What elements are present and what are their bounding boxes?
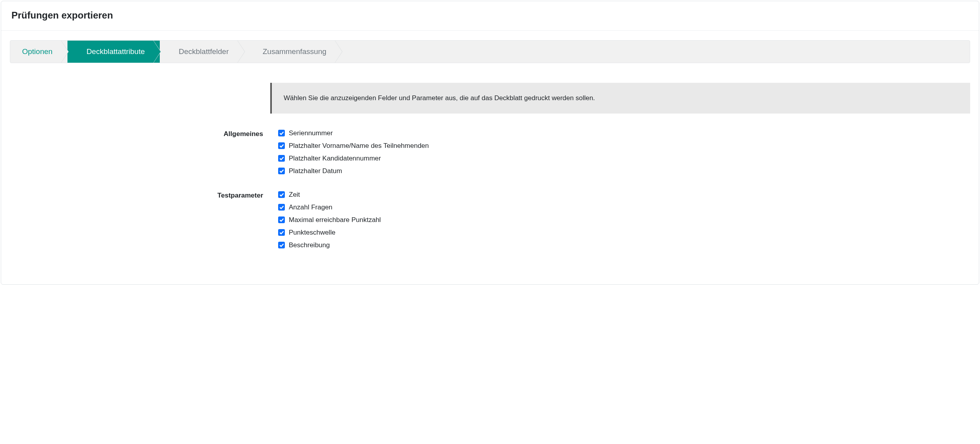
info-spacer	[10, 83, 270, 114]
checkbox-max-punktzahl[interactable]: Maximal erreichbare Punktzahl	[278, 216, 970, 224]
checkbox-seriennummer[interactable]: Seriennummer	[278, 129, 970, 137]
checkbox-label: Maximal erreichbare Punktzahl	[289, 216, 381, 224]
info-row: Wählen Sie die anzuzeigenden Felder und …	[10, 83, 970, 114]
checkbox-label: Platzhalter Kandidatennummer	[289, 155, 381, 162]
checkbox-icon	[278, 168, 285, 174]
info-box: Wählen Sie die anzuzeigenden Felder und …	[270, 83, 970, 114]
checkbox-icon	[278, 216, 285, 223]
wizard-step-label: Optionen	[22, 47, 52, 56]
group-testparameter: Testparameter Zeit Anzahl Fragen Maximal…	[10, 191, 970, 249]
checkbox-label: Platzhalter Vorname/Name des Teilnehmend…	[289, 142, 429, 150]
checkbox-anzahl-fragen[interactable]: Anzahl Fragen	[278, 203, 970, 211]
checkbox-label: Punkteschwelle	[289, 229, 335, 237]
panel-header: Prüfungen exportieren	[1, 1, 979, 31]
checkbox-icon	[278, 142, 285, 149]
chevron-right-icon	[335, 40, 348, 63]
checkbox-beschreibung[interactable]: Beschreibung	[278, 241, 970, 249]
wizard-step-deckblattattribute[interactable]: Deckblattattribute	[67, 41, 160, 63]
checkbox-icon	[278, 242, 285, 248]
group-label-general: Allgemeines	[10, 129, 263, 175]
checkbox-icon	[278, 229, 285, 236]
checkbox-punkteschwelle[interactable]: Punkteschwelle	[278, 229, 970, 237]
testparameter-checks: Zeit Anzahl Fragen Maximal erreichbare P…	[263, 191, 970, 249]
checkbox-label: Beschreibung	[289, 241, 330, 249]
group-general: Allgemeines Seriennummer Platzhalter Vor…	[10, 129, 970, 175]
checkbox-icon	[278, 155, 285, 162]
checkbox-platzhalter-name[interactable]: Platzhalter Vorname/Name des Teilnehmend…	[278, 142, 970, 150]
checkbox-platzhalter-kandidatennummer[interactable]: Platzhalter Kandidatennummer	[278, 155, 970, 162]
wizard-container: Optionen Deckblattattribute Deckblattfel…	[1, 31, 979, 63]
page-title: Prüfungen exportieren	[11, 10, 969, 21]
checkbox-zeit[interactable]: Zeit	[278, 191, 970, 199]
checkbox-label: Zeit	[289, 191, 300, 199]
wizard-steps: Optionen Deckblattattribute Deckblattfel…	[10, 40, 970, 63]
export-panel: Prüfungen exportieren Optionen Deckblatt…	[1, 1, 979, 285]
info-text: Wählen Sie die anzuzeigenden Felder und …	[284, 94, 595, 102]
checkbox-label: Seriennummer	[289, 129, 333, 137]
checkbox-icon	[278, 204, 285, 211]
general-checks: Seriennummer Platzhalter Vorname/Name de…	[263, 129, 970, 175]
content-area: Wählen Sie die anzuzeigenden Felder und …	[1, 63, 979, 265]
wizard-step-deckblattfelder[interactable]: Deckblattfelder	[160, 41, 244, 63]
wizard-step-label: Deckblattattribute	[86, 47, 145, 56]
checkbox-label: Anzahl Fragen	[289, 203, 333, 211]
checkbox-icon	[278, 191, 285, 198]
wizard-step-optionen[interactable]: Optionen	[10, 41, 67, 63]
checkbox-label: Platzhalter Datum	[289, 167, 342, 175]
wizard-step-label: Zusammenfassung	[263, 47, 327, 56]
wizard-step-label: Deckblattfelder	[179, 47, 229, 56]
wizard-step-zusammenfassung[interactable]: Zusammenfassung	[244, 41, 342, 63]
group-label-testparameter: Testparameter	[10, 191, 263, 249]
checkbox-platzhalter-datum[interactable]: Platzhalter Datum	[278, 167, 970, 175]
checkbox-icon	[278, 130, 285, 136]
